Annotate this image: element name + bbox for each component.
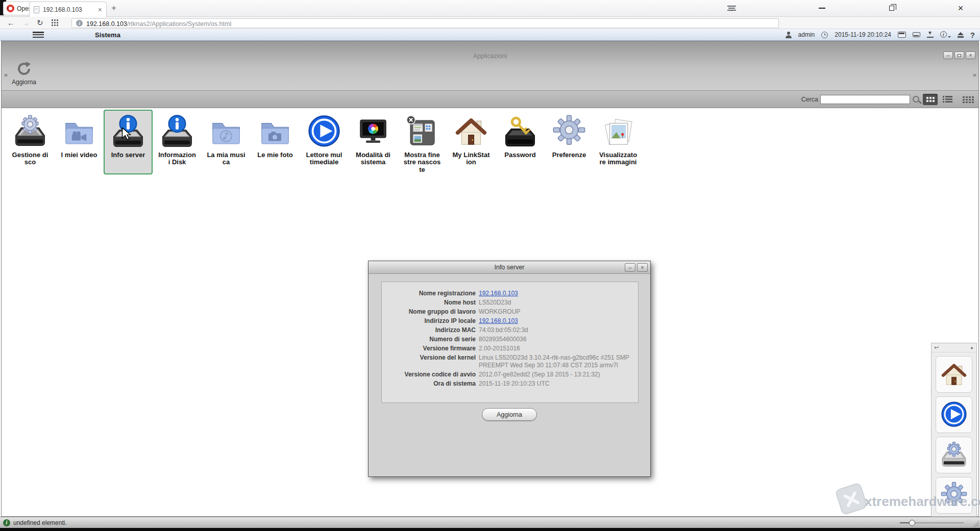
app-gestione-disco[interactable]: Gestione di sco [6,110,55,174]
panel-media-button[interactable] [936,396,972,433]
disk-info-icon [159,113,195,150]
row-label: Nome gruppo di lavoro [388,308,476,316]
app-label: Lettore mul timediale [301,151,348,166]
app-window-minimize-button[interactable]: – [943,52,953,59]
row-value: 2.00-20151016 [479,345,632,352]
site-badge-icon[interactable]: i [76,20,83,27]
refresh-icon [15,61,33,77]
speed-dial-icon[interactable] [52,19,58,26]
browser-tab-bar: Opera 192.168.0.103 × + × [0,0,980,17]
app-la-mia-musica[interactable]: La mia musi ca [202,110,251,174]
url-host: 192.168.0.103 [86,20,127,28]
app-label: Mostra fine stre nascos te [399,151,446,173]
info-row: Versione firmware2.00-20151016 [388,345,632,352]
panel-home-button[interactable] [936,356,972,393]
app-modalita-di-sistema[interactable]: Modalità di sistema [349,110,398,174]
app-my-linkstation[interactable]: My LinkStat ion [447,110,496,174]
app-informazioni-disk[interactable]: Informazion i Disk [153,110,202,174]
app-info-server[interactable]: Info server [104,110,153,174]
collapse-right-chevron[interactable]: » [973,71,976,79]
app-label: Gestione di sco [7,151,54,166]
info-dropdown[interactable]: i [940,31,951,38]
refresh-toolbar-button[interactable]: Aggiorna [8,61,40,86]
app-window-close-button[interactable]: × [966,52,975,59]
side-panel: ↩ ▲ [931,343,977,517]
back-icon[interactable]: ← [7,18,15,27]
row-label: Versione codice di avvio [388,371,476,378]
app-mostra-finestre-nascoste[interactable]: Mostra fine stre nascos te [398,110,447,174]
info-row: Nome hostLS520D23d [388,299,632,307]
dialog-refresh-button[interactable]: Aggiorna [482,408,537,421]
folder-music-icon [208,113,244,150]
nas-menu-title[interactable]: Sistema [95,31,120,39]
app-preferenze[interactable]: Preferenze [545,110,594,174]
registration-link[interactable]: 192.168.0.103 [479,290,632,297]
hamburger-menu-icon[interactable] [33,32,44,38]
monitor-colorwheel-icon [355,113,391,150]
tab-close-icon[interactable]: × [98,6,102,13]
help-button[interactable]: ? [970,31,975,39]
search-icon[interactable] [913,96,919,103]
search-input[interactable] [820,95,910,104]
window-close-button[interactable]: × [955,4,966,13]
window-minimize-button[interactable] [817,4,827,13]
panel-collapse-icon[interactable]: ▲ [970,345,974,350]
resize-grip-icon[interactable] [972,520,979,527]
window-restore-button[interactable] [887,4,897,13]
zoom-slider[interactable] [900,522,964,523]
app-label: Informazion i Disk [154,151,201,166]
app-label: Le mie foto [252,151,299,159]
info-row: Nome registrazione192.168.0.103 [388,290,632,297]
house-icon [453,113,489,150]
app-label: Password [497,151,544,159]
applications-window-title: Applicazioni [2,53,978,60]
zoom-slider-thumb[interactable] [909,520,915,526]
mouse-cursor [121,127,131,140]
app-lettore-multimediale[interactable]: Lettore mul timediale [300,110,349,174]
view-list-button[interactable] [941,94,956,105]
applications-window-header: Applicazioni – × « » Aggiorna Cerca [2,41,978,91]
dialog-title[interactable]: Info server [369,261,650,274]
reload-icon[interactable]: ↻ [37,18,43,28]
dialog-close-button[interactable]: × [637,263,648,272]
forward-icon[interactable]: → [22,18,30,27]
page-icon [34,6,39,13]
clock-icon [821,32,828,38]
app-password[interactable]: Password [496,110,545,174]
view-grid-button[interactable] [923,94,938,105]
search-label: Cerca [801,96,818,103]
username[interactable]: admin [798,31,815,38]
local-ip-link[interactable]: 192.168.0.103 [479,317,632,325]
new-tab-button[interactable]: + [111,3,116,13]
info-row: Indirizzo IP locale192.168.0.103 [388,317,632,325]
app-visualizzatore-immagini[interactable]: Visualizzato re immagini [594,110,643,174]
view-smallgrid-button[interactable] [960,94,974,105]
datetime: 2015-11-19 20:10:24 [835,31,891,38]
row-label: Indirizzo MAC [388,326,476,334]
app-window-restore-button[interactable] [954,52,964,59]
drive-icon[interactable] [913,32,920,37]
row-label: Numero di serie [388,336,476,343]
row-label: Versione del kernel [388,354,476,369]
folder-photo-icon [257,113,293,150]
app-le-mie-foto[interactable]: Le mie foto [251,110,300,174]
disk-key-icon [502,113,538,150]
browser-tab[interactable]: 192.168.0.103 × [29,2,107,17]
tab-menu-icon[interactable] [727,6,736,11]
app-label: Visualizzato re immagini [595,151,642,166]
app-label: I miei video [56,151,103,159]
dialog-minimize-button[interactable]: – [625,263,635,272]
info-row: Versione codice di avvio2012.07-ge82edd2… [388,371,632,378]
info-icon: i [940,31,947,38]
url-field[interactable]: i 192.168.0.103/rtknas2/Applications/Sys… [71,18,779,28]
status-bar: i undefined elementi. [0,517,980,528]
panel-back-icon[interactable]: ↩ [934,344,939,351]
download-tray-icon[interactable] [927,32,934,38]
eject-icon[interactable] [958,32,964,38]
panel-disk-button[interactable] [936,437,972,473]
tab-title: 192.168.0.103 [43,6,94,13]
desktop-icon[interactable] [898,32,906,38]
app-i-miei-video[interactable]: I miei video [55,110,104,174]
info-row: Versione del kernelLinux LS520D23d 3.10.… [388,354,632,369]
panel-settings-button[interactable] [936,477,972,514]
